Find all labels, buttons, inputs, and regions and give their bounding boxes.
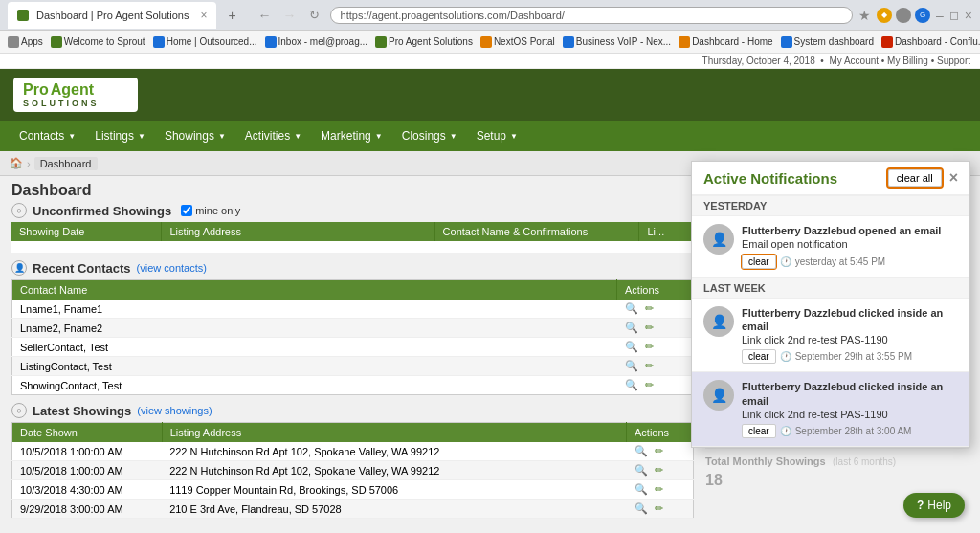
nav-marketing[interactable]: Marketing ▼ xyxy=(311,121,392,151)
edit-icon[interactable]: ✏ xyxy=(655,464,663,476)
bookmark-proagent[interactable]: Pro Agent Solutions xyxy=(375,36,473,48)
latest-showings-table: Date Shown Listing Address Actions 10/5/… xyxy=(11,422,694,519)
tab-favicon xyxy=(17,10,29,21)
notif-clear-button[interactable]: clear xyxy=(742,424,776,438)
clock-icon: 🕐 xyxy=(780,351,791,362)
clock-icon: 🕐 xyxy=(780,426,791,436)
star-icon[interactable]: ★ xyxy=(858,8,871,23)
chevron-down-icon: ▼ xyxy=(510,132,518,141)
home-icon[interactable]: 🏠 xyxy=(10,157,23,169)
table-row: ShowingContact, Test 🔍 ✏ xyxy=(12,376,694,395)
bookmark-confluence[interactable]: Dashboard - Conflu... xyxy=(881,36,980,48)
notif-time-2: September 28th at 3:00 AM xyxy=(795,426,912,436)
address-text: https://agent.proagentsolutions.com/Dash… xyxy=(341,10,565,21)
site-header: Pro Agent SOLUTIONS xyxy=(0,69,980,121)
close-notifications-button[interactable]: × xyxy=(949,169,958,187)
col-li: Li... xyxy=(639,222,694,241)
table-row: SellerContact, Test 🔍 ✏ xyxy=(12,338,694,357)
nav-listings[interactable]: Listings ▼ xyxy=(85,121,155,151)
edit-icon[interactable]: ✏ xyxy=(655,445,663,456)
notif-content: Flutterberry Dazzlebud clicked inside an… xyxy=(742,306,958,365)
clear-all-button[interactable]: clear all xyxy=(888,169,942,187)
bookmark-home[interactable]: Home | Outsourced... xyxy=(153,36,257,48)
logo[interactable]: Pro Agent SOLUTIONS xyxy=(13,78,138,112)
notifications-panel: Active Notifications clear all × YESTERD… xyxy=(691,161,970,448)
col-actions-header: Actions xyxy=(627,423,694,443)
search-icon[interactable]: 🔍 xyxy=(635,502,648,514)
edit-icon[interactable]: ✏ xyxy=(645,302,654,314)
search-icon[interactable]: 🔍 xyxy=(635,445,648,456)
reload-button[interactable]: ↻ xyxy=(305,6,324,25)
view-contacts-link[interactable]: (view contacts) xyxy=(137,262,207,274)
bookmark-nextos[interactable]: NextOS Portal xyxy=(480,36,555,48)
bookmark-apps[interactable]: Apps xyxy=(8,36,43,48)
search-icon[interactable]: 🔍 xyxy=(625,322,638,333)
recent-contacts-table: Contact Name Actions Lname1, Fname1 🔍 ✏ … xyxy=(11,279,694,395)
nav-contacts[interactable]: Contacts ▼ xyxy=(10,121,85,151)
edit-icon[interactable]: ✏ xyxy=(655,502,663,514)
notif-meta: clear 🕐 yesterday at 5:45 PM xyxy=(742,255,958,269)
notif-sub-text: Email open notification xyxy=(742,237,958,251)
notif-main-text: Flutterberry Dazzlebud opened an email xyxy=(742,224,958,237)
col-date-shown: Date Shown xyxy=(12,423,163,443)
search-icon[interactable]: 🔍 xyxy=(635,464,648,476)
mine-only-checkbox[interactable]: mine only xyxy=(181,205,240,216)
bookmark-inbox[interactable]: Inbox - mel@proag... xyxy=(265,36,368,48)
nav-activities[interactable]: Activities ▼ xyxy=(235,121,311,151)
notif-sub-text: Link click 2nd re-test PAS-1190 xyxy=(742,408,958,421)
notif-clear-button[interactable]: clear xyxy=(742,255,776,269)
bookmark-dashboard-home[interactable]: Dashboard - Home xyxy=(679,36,772,48)
latest-showings-section: ○ Latest Showings (view showings) Date S… xyxy=(11,403,694,519)
date-display: Thursday, October 4, 2018 xyxy=(702,56,815,66)
col-listing-address: Listing Address xyxy=(162,423,626,443)
nav-setup[interactable]: Setup ▼ xyxy=(467,121,527,151)
notif-meta: clear 🕐 September 29th at 3:55 PM xyxy=(742,349,958,364)
bookmark-system-dashboard[interactable]: System dashboard xyxy=(781,36,874,48)
close-button[interactable]: × xyxy=(965,8,972,23)
nav-showings[interactable]: Showings ▼ xyxy=(155,121,235,151)
notif-time-0: yesterday at 5:45 PM xyxy=(795,256,886,267)
edit-icon[interactable]: ✏ xyxy=(645,379,654,390)
view-showings-link[interactable]: (view showings) xyxy=(137,405,212,416)
maximize-button[interactable]: ◻ xyxy=(949,9,959,22)
edit-icon[interactable]: ✏ xyxy=(645,360,654,371)
address-bar[interactable]: https://agent.proagentsolutions.com/Dash… xyxy=(330,7,853,24)
breadcrumb-current: Dashboard xyxy=(34,157,98,170)
table-row: 9/11/2018 4:30:00 PM 527 Josephine St, D… xyxy=(12,519,694,520)
notif-clear-button[interactable]: clear xyxy=(742,349,776,364)
edit-icon[interactable]: ✏ xyxy=(645,322,654,333)
table-row: Lname2, Fname2 🔍 ✏ xyxy=(12,319,694,338)
unconfirmed-showings-table: Showing Date Listing Address Contact Nam… xyxy=(11,222,694,253)
total-showings-label: Total Monthly Showings xyxy=(705,455,826,467)
notif-content: Flutterberry Dazzlebud opened an email E… xyxy=(742,224,958,269)
forward-button[interactable]: → xyxy=(280,6,300,25)
back-button[interactable]: ← xyxy=(256,6,275,25)
minimize-button[interactable]: – xyxy=(936,8,944,23)
search-icon[interactable]: 🔍 xyxy=(625,341,638,352)
bookmark-sprout[interactable]: Welcome to Sprout xyxy=(51,36,145,48)
yesterday-section-label: YESTERDAY xyxy=(692,195,969,216)
edit-icon[interactable]: ✏ xyxy=(655,483,663,495)
edit-icon[interactable]: ✏ xyxy=(645,341,654,352)
bookmark-voip[interactable]: Business VoIP - Nex... xyxy=(563,36,671,48)
notif-time-1: September 29th at 3:55 PM xyxy=(795,351,912,362)
new-tab-button[interactable]: + xyxy=(222,8,241,23)
account-links[interactable]: My Account • My Billing • Support xyxy=(829,56,970,66)
top-info-bar: Thursday, October 4, 2018 • My Account •… xyxy=(0,54,980,69)
chevron-down-icon: ▼ xyxy=(218,132,226,141)
col-contact-conf: Contact Name & Confirmations xyxy=(434,222,639,241)
search-icon[interactable]: 🔍 xyxy=(635,483,648,495)
search-icon[interactable]: 🔍 xyxy=(625,360,638,371)
notif-header: Active Notifications clear all × xyxy=(692,162,969,195)
notif-main-text: Flutterberry Dazzlebud clicked inside an… xyxy=(742,306,958,334)
search-icon[interactable]: 🔍 xyxy=(625,302,638,314)
search-icon[interactable]: 🔍 xyxy=(625,379,638,390)
notif-content: Flutterberry Dazzlebud clicked inside an… xyxy=(742,380,958,438)
browser-tab[interactable]: Dashboard | Pro Agent Solutions × xyxy=(8,2,216,29)
notif-item-highlighted: 👤 Flutterberry Dazzlebud clicked inside … xyxy=(692,372,969,447)
tab-close[interactable]: × xyxy=(200,9,207,22)
help-button[interactable]: ? Help xyxy=(903,493,965,518)
table-row: 10/5/2018 1:00:00 AM 222 N Hutchinson Rd… xyxy=(12,461,694,480)
chevron-down-icon: ▼ xyxy=(68,132,76,141)
nav-closings[interactable]: Closings ▼ xyxy=(392,121,467,151)
